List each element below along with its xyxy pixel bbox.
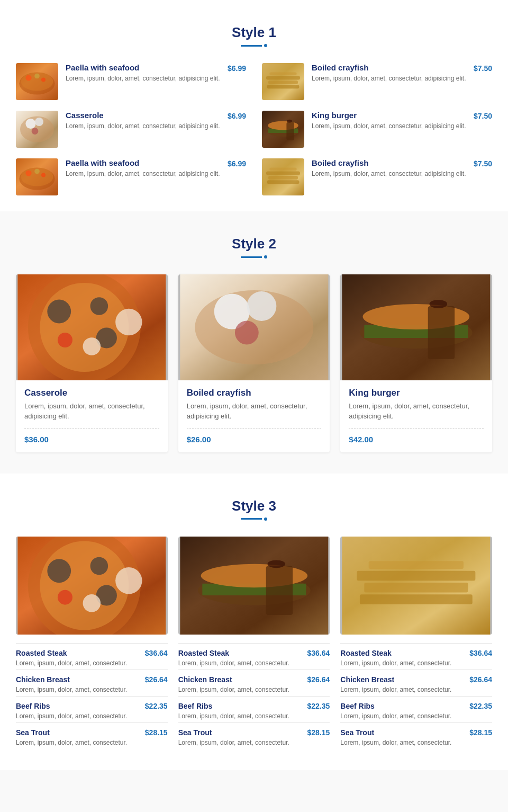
item-content: Casserole Lorem, ipsum, dolor, amet, con… [66,111,246,131]
underline-line [241,45,262,47]
menu-desc: Lorem, ipsum, dolor, amet, consectetur. [16,738,141,747]
card-desc: Lorem, ipsum, dolor, amet, consectetur, … [24,401,159,422]
menu-info: Roasted Steak Lorem, ipsum, dolor, amet,… [16,649,141,667]
style2-underline [16,255,492,258]
menu-price: $22.35 [145,702,168,710]
menu-desc: Lorem, ipsum, dolor, amet, consectetur. [178,738,303,747]
svg-point-37 [90,297,108,315]
svg-point-15 [32,128,39,135]
food-image [16,111,58,148]
card-price: $42.00 [349,435,484,444]
style1-item-right: King burger Lorem, ipsum, dolor, amet, c… [262,111,492,148]
style3-column: Roasted Steak Lorem, ipsum, dolor, amet,… [16,537,168,749]
card-price: $26.00 [187,435,322,444]
style1-underline [16,44,492,47]
item-content: Boiled crayfish Lorem, ipsum, dolor, ame… [312,63,492,83]
menu-name: Chicken Breast [178,675,303,684]
menu-name: Sea Trout [340,728,465,737]
svg-point-14 [35,118,43,126]
item-desc: Lorem, ipsum, dolor, amet, consectetur, … [312,122,469,131]
svg-point-4 [41,78,46,82]
menu-desc: Lorem, ipsum, dolor, amet, consectetur. [178,712,303,720]
underline-dot [264,517,267,521]
menu-info: Chicken Breast Lorem, ipsum, dolor, amet… [16,675,141,694]
col-image [340,537,492,635]
svg-rect-31 [267,180,300,184]
menu-name: Beef Ribs [16,702,141,710]
menu-desc: Lorem, ipsum, dolor, amet, consectetur. [178,685,303,694]
food-image [262,63,304,100]
card-body: Boiled crayfish Lorem, ipsum, dolor, ame… [178,380,330,452]
menu-desc: Lorem, ipsum, dolor, amet, consectetur. [16,685,141,694]
style1-section: Style 1 Paella with seafood [0,0,508,211]
item-content: Paella with seafood Lorem, ipsum, dolor,… [66,158,246,179]
svg-point-36 [47,300,71,324]
style3-section: Style 3 Roasted Steak Lor [0,474,508,771]
menu-desc: Lorem, ipsum, dolor, amet, consectetur. [16,659,141,667]
item-info: Boiled crayfish Lorem, ipsum, dolor, ame… [312,63,469,83]
menu-price: $22.35 [307,702,330,710]
item-info: Paella with seafood Lorem, ipsum, dolor,… [66,158,223,179]
svg-point-61 [83,594,101,612]
menu-info: Sea Trout Lorem, ipsum, dolor, amet, con… [16,728,141,747]
svg-rect-70 [365,583,468,593]
svg-rect-29 [266,172,300,175]
card-price: $36.00 [24,435,159,444]
style1-title: Style 1 [16,5,492,41]
card-name: Casserole [24,388,159,398]
menu-price: $22.35 [469,702,492,710]
underline-dot [264,44,267,47]
item-content: King burger Lorem, ipsum, dolor, amet, c… [312,111,492,131]
menu-desc: Lorem, ipsum, dolor, amet, consectetur. [340,712,465,720]
svg-rect-72 [369,561,464,569]
menu-price: $28.15 [307,728,330,737]
svg-point-39 [58,333,72,347]
menu-item: Beef Ribs Lorem, ipsum, dolor, amet, con… [16,696,168,722]
item-name: King burger [312,111,469,120]
card-divider [349,428,484,429]
item-desc: Lorem, ipsum, dolor, amet, consectetur, … [66,74,223,83]
svg-point-59 [58,590,72,604]
menu-desc: Lorem, ipsum, dolor, amet, consectetur. [340,659,465,667]
item-info: King burger Lorem, ipsum, dolor, amet, c… [312,111,469,131]
menu-item: Sea Trout Lorem, ipsum, dolor, amet, con… [16,722,168,749]
style3-column: Roasted Steak Lorem, ipsum, dolor, amet,… [340,537,492,749]
card-name: Boiled crayfish [187,388,322,398]
item-name: Paella with seafood [66,63,223,72]
underline-dot [264,255,267,258]
card-body: King burger Lorem, ipsum, dolor, amet, c… [340,380,492,452]
svg-point-13 [25,119,35,129]
style2-card: Casserole Lorem, ipsum, dolor, amet, con… [16,274,168,452]
menu-desc: Lorem, ipsum, dolor, amet, consectetur. [178,659,303,667]
item-name: Boiled crayfish [312,63,469,72]
item-desc: Lorem, ipsum, dolor, amet, consectetur, … [66,169,223,179]
card-name: King burger [349,388,484,398]
style3-title: Style 3 [16,479,492,514]
menu-name: Roasted Steak [178,649,303,657]
svg-point-57 [90,557,108,575]
menu-info: Roasted Steak Lorem, ipsum, dolor, amet,… [340,649,465,667]
menu-price: $36.64 [469,649,492,657]
menu-price: $28.15 [469,728,492,737]
food-image [16,63,58,100]
svg-point-3 [25,75,31,81]
menu-price: $26.64 [307,675,330,684]
item-price: $7.50 [469,63,492,73]
svg-point-27 [34,169,40,174]
menu-info: Beef Ribs Lorem, ipsum, dolor, amet, con… [178,702,303,720]
menu-name: Roasted Steak [340,649,465,657]
svg-rect-9 [267,85,300,88]
menu-item: Roasted Steak Lorem, ipsum, dolor, amet,… [340,643,492,670]
card-image [340,274,492,380]
svg-rect-10 [269,73,296,76]
style3-column: Roasted Steak Lorem, ipsum, dolor, amet,… [178,537,330,749]
menu-item: Chicken Breast Lorem, ipsum, dolor, amet… [340,670,492,696]
menu-info: Beef Ribs Lorem, ipsum, dolor, amet, con… [16,702,141,720]
svg-rect-51 [428,306,455,359]
menu-item: Beef Ribs Lorem, ipsum, dolor, amet, con… [178,696,330,722]
item-price: $7.50 [469,111,492,120]
style1-item-left: Paella with seafood Lorem, ipsum, dolor,… [16,158,246,195]
item-info: Boiled crayfish Lorem, ipsum, dolor, ame… [312,158,469,179]
menu-price: $36.64 [145,649,168,657]
menu-info: Chicken Breast Lorem, ipsum, dolor, amet… [178,675,303,694]
